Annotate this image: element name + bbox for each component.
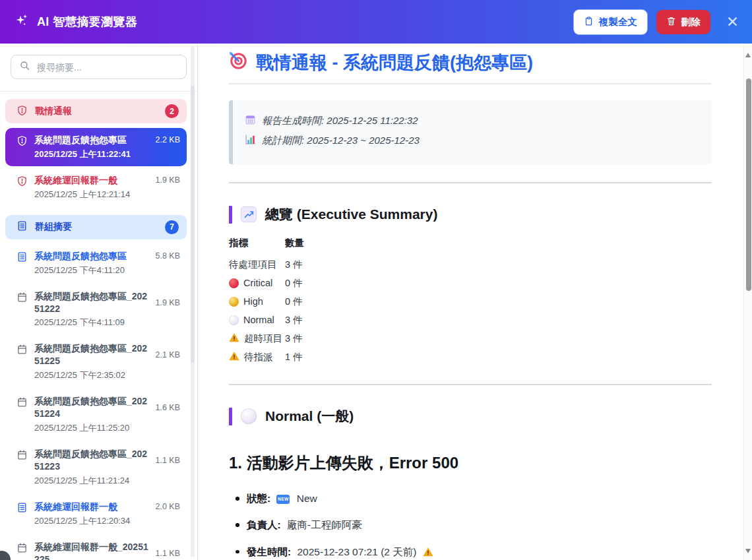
item-title: 系統問題反饋抱怨專區_20251222 (34, 290, 150, 315)
shield-alert-icon (16, 134, 28, 160)
target-icon (229, 51, 247, 75)
count-badge: 7 (165, 220, 179, 234)
section-accent-bar (229, 206, 232, 224)
issue-title: 1. 活動影片上傳失敗，Error 500 (229, 452, 712, 474)
item-date: 2025/12/25 上午12:21:14 (34, 189, 180, 201)
table-row: High 0 件 (229, 292, 304, 311)
shield-alert-icon (16, 174, 28, 201)
count-badge: 2 (165, 104, 179, 118)
scrollbar-thumb[interactable] (746, 78, 751, 291)
column-header: 指標 (229, 237, 285, 255)
journal-list-icon (16, 250, 28, 276)
warning-icon (423, 547, 433, 559)
summary-table: 指標 數量 待處理項目 3 件 Critical 0 件 High (229, 237, 304, 366)
list-item[interactable]: 系統問題反饋抱怨專區_20251225 2.1 KB 2025/12/25 下午… (5, 336, 187, 387)
category-label: 群組摘要 (35, 221, 72, 233)
delete-button[interactable]: 刪除 (656, 10, 710, 34)
copy-full-text-button[interactable]: 複製全文 (573, 9, 648, 35)
list-item[interactable]: 系統問題反饋抱怨專區 5.8 KB 2025/12/25 下午4:11:20 (5, 244, 187, 282)
table-row: Normal 3 件 (229, 311, 304, 329)
category-label: 戰情通報 (35, 106, 72, 117)
table-row: 待指派 1 件 (229, 348, 304, 366)
app-window: AI 智慧摘要瀏覽器 複製全文 刪除 ✕ (0, 0, 752, 560)
report-meta-box: 報告生成時間: 2025-12-25 11:22:32 統計期間: 2025-1… (229, 100, 712, 164)
app-header: AI 智慧摘要瀏覽器 複製全文 刪除 ✕ (0, 0, 752, 44)
list-item[interactable]: 系統維運回報群一般 2.0 KB 2025/12/25 上午12:20:34 (5, 495, 187, 533)
app-title: AI 智慧摘要瀏覽器 (37, 14, 137, 30)
search-input[interactable] (37, 62, 178, 73)
calendar-icon (16, 395, 28, 434)
item-title: 系統問題反饋抱怨專區_20251225 (34, 342, 150, 367)
sidebar-scrollbar[interactable] (191, 46, 195, 557)
item-title: 系統維運回報群一般 (34, 501, 150, 513)
sidebar-scrollbar-thumb[interactable] (191, 86, 195, 363)
calendar-icon (16, 448, 28, 487)
search-box[interactable] (11, 55, 187, 79)
item-date: 2025/12/25 上午12:20:34 (34, 515, 180, 527)
item-size: 1.9 KB (155, 298, 180, 307)
item-size: 2.1 KB (155, 350, 180, 359)
item-size: 5.8 KB (155, 251, 180, 261)
status-line: 狀態: NEW New (247, 491, 712, 506)
search-icon (19, 60, 30, 74)
scroll-up-arrow-icon[interactable] (745, 53, 751, 57)
journal-list-icon (16, 501, 28, 527)
list-item[interactable]: 系統維運回報群一般_20251225 1.1 KB 2025/12/25 上午1… (5, 535, 187, 560)
white-circle-icon (241, 408, 257, 424)
search-area (0, 44, 197, 92)
calendar-icon (245, 114, 256, 127)
list-item[interactable]: 系統問題反饋抱怨專區_20251224 1.6 KB 2025/12/25 上午… (5, 389, 187, 440)
summary-content: 戰情通報 - 系統問題反饋(抱怨專區) 報告生成時間: 2025-12-25 1… (198, 44, 743, 560)
close-icon[interactable]: ✕ (726, 15, 739, 30)
item-date: 2025/12/25 上午11:25:20 (34, 422, 180, 434)
new-icon: NEW (276, 495, 290, 504)
item-size: 1.9 KB (155, 175, 180, 185)
summary-list: 戰情通報 2 系統問題反饋抱怨專區 2.2 KB (0, 92, 197, 560)
table-row: 待處理項目 3 件 (229, 255, 304, 274)
list-item[interactable]: 系統問題反饋抱怨專區_20251223 1.1 KB 2025/12/25 上午… (5, 442, 187, 493)
calendar-icon (16, 342, 28, 381)
list-item[interactable]: 系統問題反饋抱怨專區_20251222 1.9 KB 2025/12/25 下午… (5, 284, 187, 335)
high-dot-icon (229, 297, 239, 307)
table-row: 超時項目 3 件 (229, 329, 304, 348)
warning-icon (229, 333, 239, 344)
page-title: 戰情通報 - 系統問題反饋(抱怨專區) (229, 51, 712, 84)
divider (229, 182, 712, 183)
shield-alert-icon (16, 105, 28, 118)
summary-section-heading: 總覽 (Executive Summary) (229, 205, 712, 224)
item-title: 系統維運回報群一般 (34, 174, 150, 187)
item-date: 2025/12/25 上午11:22:41 (34, 148, 180, 160)
calendar-icon (16, 541, 28, 560)
app-brand: AI 智慧摘要瀏覽器 (15, 13, 137, 31)
trash-icon (666, 16, 676, 28)
item-size: 1.1 KB (155, 549, 180, 558)
item-size: 1.1 KB (155, 456, 180, 465)
issue-details: 狀態: NEW New 負責人: 廠商-工程師阿豪 發生時間: 2025-12-… (229, 491, 712, 560)
section-accent-bar (229, 408, 232, 425)
list-item[interactable]: 系統維運回報群一般 1.9 KB 2025/12/25 上午12:21:14 (5, 168, 187, 206)
item-title: 系統問題反饋抱怨專區_20251223 (34, 448, 150, 473)
report-period-line: 統計期間: 2025-12-23 ~ 2025-12-23 (245, 134, 700, 147)
sidebar-category-alerts[interactable]: 戰情通報 2 (5, 99, 187, 123)
journal-list-icon (16, 220, 28, 233)
divider (229, 384, 712, 385)
item-title: 系統問題反饋抱怨專區_20251224 (34, 395, 150, 420)
item-size: 2.2 KB (155, 135, 180, 144)
line-chart-icon (241, 206, 257, 222)
owner-line: 負責人: 廠商-工程師阿豪 (247, 518, 712, 532)
critical-dot-icon (229, 278, 239, 288)
calendar-icon (16, 290, 28, 329)
vertical-scrollbar[interactable] (743, 44, 752, 560)
item-title: 系統問題反饋抱怨專區 (34, 250, 150, 263)
occurred-line: 發生時間: 2025-12-23 07:21 (2 天前) (247, 545, 712, 560)
bar-chart-icon (245, 134, 256, 147)
item-title: 系統維運回報群一般_20251225 (34, 541, 150, 560)
item-title: 系統問題反饋抱怨專區 (34, 134, 150, 146)
item-size: 2.0 KB (155, 502, 180, 511)
item-date: 2025/12/25 下午2:35:02 (34, 369, 180, 381)
scroll-down-arrow-icon[interactable] (745, 549, 751, 553)
list-item-selected[interactable]: 系統問題反饋抱怨專區 2.2 KB 2025/12/25 上午11:22:41 (5, 128, 187, 166)
item-date: 2025/12/25 上午11:21:24 (34, 475, 180, 487)
sidebar-category-groups[interactable]: 群組摘要 7 (5, 215, 187, 239)
sparkles-icon (15, 13, 29, 31)
